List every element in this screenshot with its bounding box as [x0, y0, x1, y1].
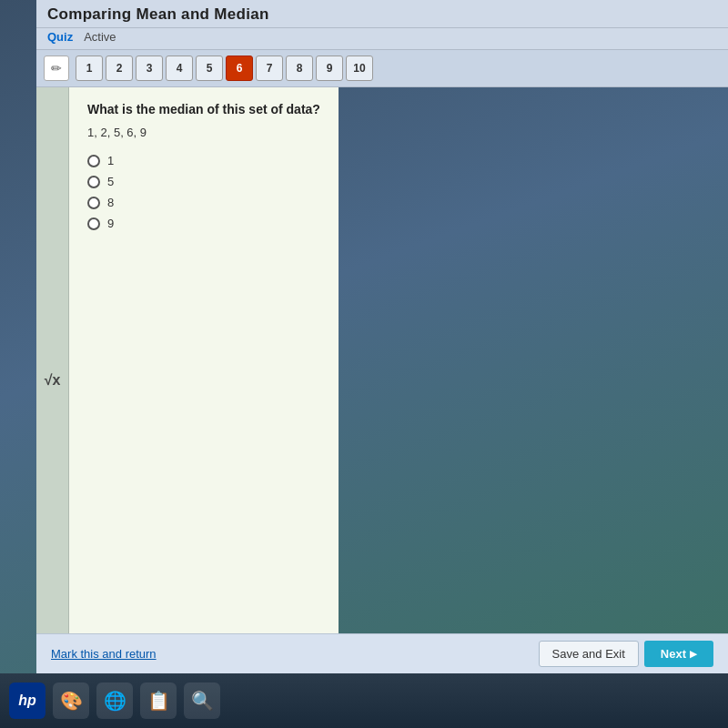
- option-2-label: 5: [107, 175, 114, 188]
- taskbar-icon-3[interactable]: 🌐: [96, 682, 133, 719]
- question-text: What is the median of this set of data?: [87, 102, 320, 116]
- q-btn-1[interactable]: 1: [76, 56, 103, 81]
- option-2[interactable]: 5: [87, 175, 320, 188]
- q-btn-6[interactable]: 6: [226, 56, 253, 81]
- taskbar-icon-4[interactable]: 📋: [140, 682, 177, 719]
- edit-icon-btn[interactable]: ✏: [44, 56, 69, 81]
- q-btn-9[interactable]: 9: [316, 56, 343, 81]
- action-bar: Mark this and return Save and Exit Next: [36, 633, 728, 673]
- option-1-label: 1: [107, 154, 114, 167]
- q-btn-8[interactable]: 8: [286, 56, 313, 81]
- sidebar-sqrt-icon: √x: [36, 87, 69, 673]
- q-btn-10[interactable]: 10: [346, 56, 373, 81]
- options-list: 1 5 8 9: [87, 154, 320, 230]
- quiz-label: Quiz: [47, 30, 73, 44]
- radio-3[interactable]: [87, 197, 100, 209]
- action-buttons: Save and Exit Next: [539, 641, 713, 667]
- save-exit-button[interactable]: Save and Exit: [539, 641, 639, 667]
- taskbar-icon-5[interactable]: 🔍: [184, 682, 220, 719]
- main-content: √x What is the median of this set of dat…: [36, 87, 728, 673]
- next-button[interactable]: Next: [644, 641, 713, 667]
- question-panel: What is the median of this set of data? …: [69, 87, 339, 673]
- option-3-label: 8: [107, 196, 114, 209]
- q-btn-5[interactable]: 5: [196, 56, 223, 81]
- taskbar-hp-icon[interactable]: hp: [9, 682, 46, 719]
- q-btn-7[interactable]: 7: [256, 56, 283, 81]
- radio-2[interactable]: [87, 176, 100, 188]
- page-title: Comparing Mean and Median: [47, 5, 717, 24]
- option-1[interactable]: 1: [87, 154, 320, 167]
- radio-4[interactable]: [87, 217, 100, 230]
- option-3[interactable]: 8: [87, 196, 320, 209]
- data-set: 1, 2, 5, 6, 9: [87, 126, 320, 139]
- q-btn-4[interactable]: 4: [166, 56, 193, 81]
- option-4[interactable]: 9: [87, 217, 320, 230]
- radio-1[interactable]: [87, 155, 100, 167]
- taskbar-icon-2[interactable]: 🎨: [53, 682, 89, 719]
- quiz-status: Active: [84, 30, 116, 44]
- quiz-status-bar: Quiz Active: [36, 28, 728, 50]
- q-btn-2[interactable]: 2: [106, 56, 133, 81]
- option-4-label: 9: [107, 217, 114, 230]
- question-nav: ✏ 1 2 3 4 5 6 7 8 9 10: [36, 50, 728, 87]
- taskbar: hp 🎨 🌐 📋 🔍: [0, 673, 728, 728]
- title-bar: Comparing Mean and Median: [36, 0, 728, 28]
- app-window: Comparing Mean and Median Quiz Active ✏ …: [36, 0, 728, 673]
- q-btn-3[interactable]: 3: [136, 56, 163, 81]
- mark-return-link[interactable]: Mark this and return: [51, 647, 157, 661]
